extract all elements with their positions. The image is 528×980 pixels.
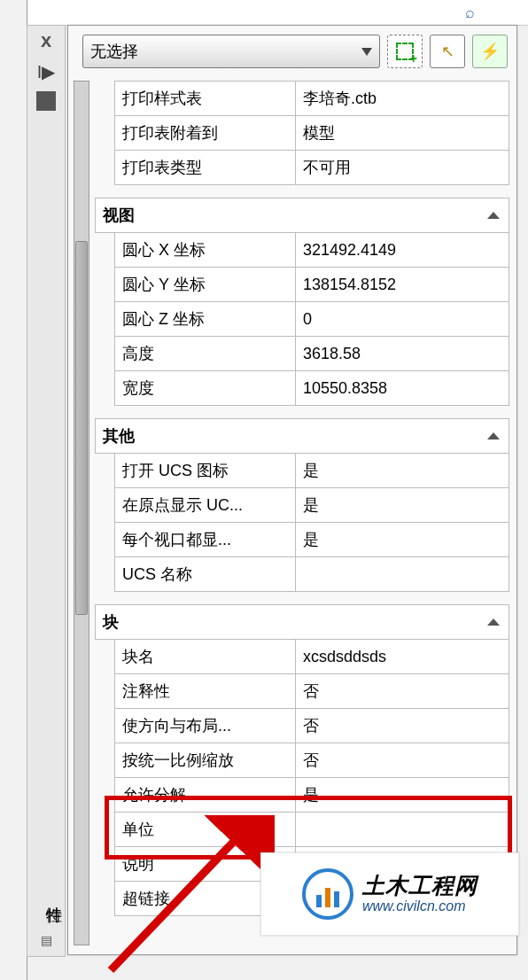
table-row[interactable]: 使方向与布局...否 — [115, 709, 509, 743]
prop-value[interactable]: 李培奇.ctb — [295, 82, 509, 116]
quick-properties-button[interactable]: ⚡ — [472, 35, 508, 68]
table-row[interactable]: 圆心 Y 坐标138154.8152 — [115, 268, 509, 302]
other-group: 打开 UCS 图标是 在原点显示 UC...是 每个视口都显...是 UCS 名… — [114, 454, 509, 592]
prop-label: 允许分解 — [115, 778, 296, 813]
prop-label: 打印样式表 — [115, 82, 296, 116]
search-icon: ⌕ — [465, 4, 475, 22]
prop-label: 按统一比例缩放 — [115, 743, 296, 778]
section-header-other[interactable]: 其他 — [96, 419, 509, 454]
options-icon[interactable]: ▤ — [27, 933, 65, 947]
section-title: 视图 — [103, 206, 135, 224]
select-icon — [396, 43, 414, 60]
cursor-icon: ↖ — [441, 42, 454, 61]
table-row[interactable]: 注释性否 — [115, 674, 509, 709]
prop-label: 圆心 X 坐标 — [115, 233, 296, 268]
prop-value[interactable]: 模型 — [295, 116, 509, 151]
section-header-block[interactable]: 块 — [96, 605, 509, 640]
prop-label: 宽度 — [115, 371, 296, 406]
watermark-logo-icon — [302, 868, 353, 920]
collapse-up-icon — [487, 618, 500, 626]
table-row[interactable]: 块名xcsdsddsds — [115, 640, 509, 674]
prop-value[interactable]: 是 — [295, 523, 509, 557]
table-row[interactable]: 单位 — [115, 813, 509, 847]
palette-title: 特性 — [27, 876, 65, 912]
table-row[interactable]: 圆心 Z 坐标0 — [115, 302, 509, 337]
prop-value[interactable]: 321492.4149 — [295, 233, 509, 268]
panel-toolbar: 无选择 ↖ ⚡ — [68, 26, 516, 79]
table-row[interactable]: 每个视口都显...是 — [115, 523, 509, 557]
table-row[interactable]: 打印表附着到 模型 — [115, 116, 509, 151]
prop-value[interactable]: 是 — [295, 454, 509, 488]
table-row[interactable]: 打开 UCS 图标是 — [115, 454, 509, 488]
prop-value[interactable]: 不可用 — [295, 151, 509, 185]
app-left-ruler — [0, 0, 27, 980]
prop-label: 高度 — [115, 337, 296, 371]
prop-label: 打开 UCS 图标 — [115, 454, 296, 488]
app-top-fragment: ⌕ — [0, 0, 528, 26]
prop-value[interactable]: 138154.8152 — [295, 268, 509, 302]
close-icon[interactable]: x — [27, 26, 65, 52]
pick-add-button[interactable]: ↖ — [430, 35, 465, 68]
prop-value[interactable]: 是 — [295, 488, 509, 523]
selection-combo[interactable]: 无选择 — [82, 35, 380, 68]
prop-value[interactable] — [295, 813, 509, 847]
prop-value[interactable]: 否 — [295, 709, 509, 743]
chevron-down-icon — [361, 48, 372, 56]
watermark-url: www.civilcn.com — [362, 898, 478, 914]
section-title: 其他 — [103, 427, 135, 445]
scrollbar-thumb[interactable] — [75, 241, 88, 615]
prop-value[interactable]: 是 — [295, 778, 509, 813]
prop-label: 在原点显示 UC... — [115, 488, 296, 523]
table-row[interactable]: 高度3618.58 — [115, 337, 509, 371]
prop-value[interactable]: 否 — [295, 743, 509, 778]
table-row[interactable]: 圆心 X 坐标321492.4149 — [115, 233, 509, 268]
prop-value[interactable]: 否 — [295, 674, 509, 709]
collapse-up-icon — [487, 212, 500, 219]
table-row[interactable]: 宽度10550.8358 — [115, 371, 509, 406]
collapse-up-icon — [487, 432, 500, 439]
prop-label: 每个视口都显... — [115, 523, 296, 557]
table-row[interactable]: 在原点显示 UC...是 — [115, 488, 509, 523]
table-row[interactable]: 打印样式表 李培奇.ctb — [115, 82, 509, 116]
table-row[interactable]: UCS 名称 — [115, 557, 509, 592]
table-row[interactable]: 打印表类型 不可用 — [115, 151, 509, 185]
prop-label: UCS 名称 — [115, 557, 296, 592]
prop-value[interactable]: 3618.58 — [295, 337, 509, 371]
section-header-view[interactable]: 视图 — [96, 198, 509, 233]
prop-value[interactable]: 10550.8358 — [295, 371, 509, 406]
prop-label: 圆心 Z 坐标 — [115, 302, 296, 337]
properties-panel: 无选择 ↖ ⚡ 打印样式表 李培奇.ctb 打印表附着到 模型 — [67, 25, 517, 955]
autohide-toggle-icon[interactable]: I▶ — [27, 61, 65, 82]
watermark: 土木工程网 www.civilcn.com — [260, 852, 519, 936]
scrollbar-track[interactable] — [74, 81, 89, 945]
table-row[interactable]: 按统一比例缩放否 — [115, 743, 509, 778]
palette-side-strip[interactable]: x I▶ 特性 ▤ — [27, 25, 66, 957]
section-title: 块 — [103, 613, 119, 631]
table-row-highlight[interactable]: 允许分解是 — [115, 778, 509, 813]
prop-label: 打印表附着到 — [115, 116, 296, 151]
prop-label: 使方向与布局... — [115, 709, 296, 743]
prop-value[interactable] — [295, 557, 509, 592]
prop-label: 圆心 Y 坐标 — [115, 268, 296, 302]
selection-combo-label: 无选择 — [90, 41, 138, 62]
prop-value[interactable]: 0 — [295, 302, 509, 337]
print-group: 打印样式表 李培奇.ctb 打印表附着到 模型 打印表类型 不可用 — [114, 81, 509, 185]
prop-label: 单位 — [115, 813, 296, 847]
prop-label: 打印表类型 — [115, 151, 296, 185]
prop-value[interactable]: xcsdsddsds — [295, 640, 509, 674]
prop-label: 注释性 — [115, 674, 296, 709]
properties-content: 打印样式表 李培奇.ctb 打印表附着到 模型 打印表类型 不可用 视图 — [95, 81, 509, 945]
lightning-icon: ⚡ — [480, 42, 500, 61]
view-group: 圆心 X 坐标321492.4149 圆心 Y 坐标138154.8152 圆心… — [114, 233, 509, 406]
quick-select-button[interactable] — [387, 35, 423, 68]
watermark-title: 土木工程网 — [362, 874, 478, 898]
menu-icon[interactable] — [36, 91, 56, 111]
prop-label: 块名 — [115, 640, 296, 674]
